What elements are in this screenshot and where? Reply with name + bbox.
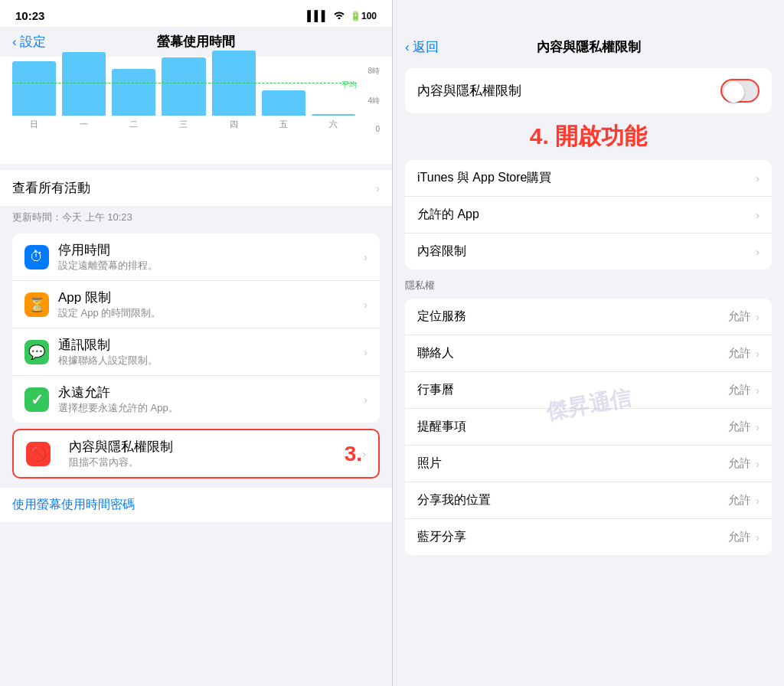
location-row[interactable]: 定位服務 允許 › [405,299,772,335]
content-restrictions-chevron: › [756,245,760,258]
list-item-downtime[interactable]: ⏱ 停用時間 設定遠離螢幕的排程。 › [12,234,380,281]
photos-value: 允許 [728,456,751,471]
location-chevron: › [756,310,760,323]
alwaysallow-text: 永遠允許 選擇想要永遠允許的 App。 [58,384,364,415]
photos-right: 允許 › [728,456,760,471]
itunes-right: › [756,172,760,185]
activity-title: 查看所有活動 [12,179,90,197]
bar-三: 三 [162,57,205,130]
alwaysallow-chevron: › [364,393,368,406]
main-settings-list: iTunes 與 App Store購買 › 允許的 App › 內容限制 › [405,160,772,270]
step4-wrapper: 4. 開啟功能 [393,119,784,155]
right-content: 傑昇通信 → 內容與隱私權限制 4. 開啟功能 iTunes 與 App Sto… [393,62,784,686]
commlimit-subtitle: 根據聯絡人設定限制。 [58,354,364,368]
y-label-4: 4時 [358,96,380,106]
reminders-label: 提醒事項 [417,419,466,435]
content-restrictions-label: 內容限制 [417,243,466,260]
contacts-label: 聯絡人 [417,345,454,361]
content-privacy-subtitle: 阻擋不當內容。 [69,456,338,469]
status-bar: 10:23 ▌▌▌ 🔋100 [0,0,392,27]
chart-bars: 日 一 二 三 四 [12,66,355,133]
photos-chevron: › [756,457,760,470]
status-icons: ▌▌▌ 🔋100 [307,10,377,21]
right-panel: ‹ 返回 內容與隱私權限制 傑昇通信 → 內容與隱私權限制 4. 開啟功能 iT… [392,0,784,686]
bar-五: 五 [262,90,305,130]
content-privacy-item[interactable]: 🚫 內容與隱私權限制 阻擋不當內容。 3. › [12,429,380,479]
chevron-left-icon: ‹ [405,40,410,55]
reminders-right: 允許 › [728,420,760,434]
content-privacy-icon: 🚫 [26,442,51,466]
content-privacy-toggle[interactable] [720,79,760,103]
bottom-link-text: 使用螢幕使用時間密碼 [12,498,135,511]
calendar-row[interactable]: 行事曆 允許 › [405,372,772,409]
alwaysallow-title: 永遠允許 [58,384,364,401]
commlimit-title: 通訊限制 [58,336,364,354]
allowed-apps-right: › [756,208,760,221]
content-restrictions-right: › [756,245,760,258]
contacts-right: 允許 › [728,346,760,361]
left-panel: 10:23 ▌▌▌ 🔋100 ‹ 設定 螢幕使用時間 8時 4時 0 [0,0,392,686]
downtime-subtitle: 設定遠離螢幕的排程。 [58,259,364,273]
left-back-button[interactable]: ‹ 設定 [12,33,46,51]
share-location-value: 允許 [728,493,751,508]
bluetooth-chevron: › [756,531,760,544]
bluetooth-value: 允許 [728,530,751,544]
privacy-section-header: 隱私權 [393,274,784,294]
activity-chevron: › [376,181,380,194]
commlimit-text: 通訊限制 根據聯絡人設定限制。 [58,336,364,368]
signal-icon: ▌▌▌ [307,10,328,21]
itunes-row[interactable]: iTunes 與 App Store購買 › [405,160,772,197]
bar-四: 四 [212,51,256,130]
chart-container: 8時 4時 0 平均 日 一 [12,66,380,158]
content-privacy-chevron: › [362,447,366,460]
contacts-value: 允許 [728,346,751,361]
alwaysallow-subtitle: 選擇想要永遠允許的 App。 [58,401,364,415]
commlimit-chevron: › [364,345,368,358]
alwaysallow-icon: ✓ [24,387,49,412]
bar-日: 日 [12,61,56,130]
allowed-apps-label: 允許的 App [417,207,479,223]
time: 10:23 [15,9,44,22]
contacts-chevron: › [756,347,760,360]
location-label: 定位服務 [417,309,466,325]
toggle-label: 內容與隱私權限制 [417,82,521,100]
right-back-button[interactable]: ‹ 返回 [405,38,439,56]
share-location-right: 允許 › [728,493,760,508]
bottom-link[interactable]: 使用螢幕使用時間密碼 [0,488,392,522]
share-location-label: 分享我的位置 [417,492,491,508]
calendar-right: 允許 › [728,383,760,397]
reminders-row[interactable]: 提醒事項 允許 › [405,409,772,446]
downtime-title: 停用時間 [58,241,364,259]
battery-icon: 🔋100 [350,11,377,21]
chart-section: 8時 4時 0 平均 日 一 [0,57,392,164]
right-back-label: 返回 [413,38,439,56]
content-restrictions-row[interactable]: 內容限制 › [405,234,772,270]
right-nav-bar: ‹ 返回 內容與隱私權限制 [393,0,784,62]
list-item-commlimit[interactable]: 💬 通訊限制 根據聯絡人設定限制。 › [12,328,380,376]
chevron-left-icon: ‹ [12,34,17,50]
list-item-applimit[interactable]: ⏳ App 限制 設定 App 的時間限制。 › [12,281,380,328]
list-item-alwaysallow[interactable]: ✓ 永遠允許 選擇想要永遠允許的 App。 › [12,376,380,423]
y-label-0: 0 [358,125,380,133]
photos-row[interactable]: 照片 允許 › [405,446,772,482]
applimit-text: App 限制 設定 App 的時間限制。 [58,289,364,320]
content-privacy-text: 內容與隱私權限制 阻擋不當內容。 [69,438,338,469]
reminders-value: 允許 [728,420,751,434]
bluetooth-row[interactable]: 藍牙分享 允許 › [405,519,772,555]
y-label-8: 8時 [358,66,380,77]
bluetooth-label: 藍牙分享 [417,529,466,545]
update-text: 更新時間：今天 上午 10:23 [0,206,392,227]
right-nav-title: 內容與隱私權限制 [537,38,641,56]
share-location-row[interactable]: 分享我的位置 允許 › [405,482,772,519]
contacts-row[interactable]: 聯絡人 允許 › [405,335,772,372]
downtime-text: 停用時間 設定遠離螢幕的排程。 [58,241,364,273]
allowed-apps-row[interactable]: 允許的 App › [405,197,772,234]
step4-label: 4. 開啟功能 [530,123,647,149]
photos-label: 照片 [417,456,442,472]
activity-row[interactable]: 查看所有活動 › [0,170,392,206]
back-label: 設定 [20,33,46,51]
privacy-list: 定位服務 允許 › 聯絡人 允許 › 行事曆 允許 › [405,299,772,555]
toggle-wrapper: → 內容與隱私權限制 [393,68,784,113]
calendar-label: 行事曆 [417,382,454,398]
left-nav-bar: ‹ 設定 螢幕使用時間 [0,27,392,57]
